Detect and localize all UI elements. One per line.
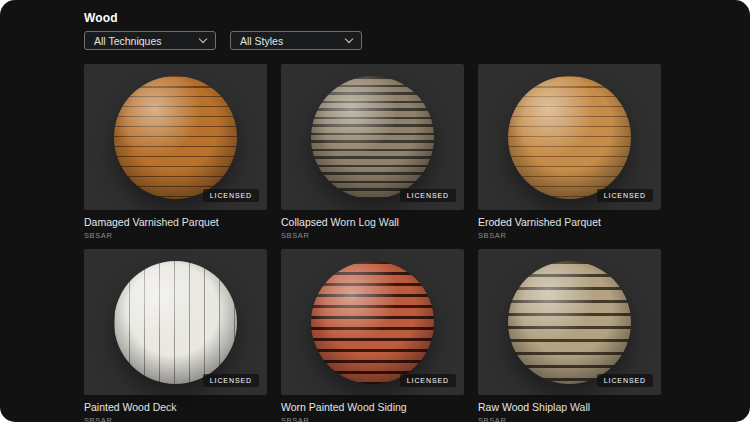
material-sphere-preview bbox=[311, 261, 434, 384]
material-title: Damaged Varnished Parquet bbox=[84, 217, 267, 228]
material-sphere-preview bbox=[114, 76, 237, 199]
licensed-badge: LICENSED bbox=[597, 374, 653, 387]
licensed-badge: LICENSED bbox=[597, 189, 653, 202]
page-title: Wood bbox=[84, 11, 750, 25]
material-card[interactable]: LICENSED Damaged Varnished Parquet SBSAR bbox=[84, 64, 267, 240]
material-grid: LICENSED Damaged Varnished Parquet SBSAR… bbox=[84, 64, 750, 422]
licensed-badge: LICENSED bbox=[400, 374, 456, 387]
material-card[interactable]: LICENSED Collapsed Worn Log Wall SBSAR bbox=[281, 64, 464, 240]
filter-bar: All Techniques All Styles bbox=[84, 31, 750, 50]
material-format: SBSAR bbox=[478, 231, 661, 240]
techniques-filter-dropdown[interactable]: All Techniques bbox=[84, 31, 216, 50]
styles-filter-dropdown[interactable]: All Styles bbox=[230, 31, 362, 50]
techniques-filter-label: All Techniques bbox=[94, 35, 162, 47]
material-title: Raw Wood Shiplap Wall bbox=[478, 402, 661, 413]
material-card[interactable]: LICENSED Raw Wood Shiplap Wall SBSAR bbox=[478, 249, 661, 422]
material-format: SBSAR bbox=[281, 416, 464, 422]
material-title: Collapsed Worn Log Wall bbox=[281, 217, 464, 228]
material-thumbnail[interactable]: LICENSED bbox=[84, 64, 267, 210]
material-thumbnail[interactable]: LICENSED bbox=[281, 249, 464, 395]
material-title: Painted Wood Deck bbox=[84, 402, 267, 413]
licensed-badge: LICENSED bbox=[203, 189, 259, 202]
material-title: Eroded Varnished Parquet bbox=[478, 217, 661, 228]
material-card[interactable]: LICENSED Worn Painted Wood Siding SBSAR bbox=[281, 249, 464, 422]
material-thumbnail[interactable]: LICENSED bbox=[478, 64, 661, 210]
material-format: SBSAR bbox=[281, 231, 464, 240]
content-area: Wood All Techniques All Styles LICENSED … bbox=[0, 0, 750, 422]
chevron-down-icon bbox=[199, 35, 207, 43]
app-window: Wood All Techniques All Styles LICENSED … bbox=[0, 0, 750, 422]
chevron-down-icon bbox=[345, 35, 353, 43]
styles-filter-label: All Styles bbox=[240, 35, 283, 47]
licensed-badge: LICENSED bbox=[203, 374, 259, 387]
material-sphere-preview bbox=[114, 261, 237, 384]
material-card[interactable]: LICENSED Painted Wood Deck SBSAR bbox=[84, 249, 267, 422]
material-sphere-preview bbox=[311, 76, 434, 199]
material-thumbnail[interactable]: LICENSED bbox=[281, 64, 464, 210]
material-format: SBSAR bbox=[84, 231, 267, 240]
material-thumbnail[interactable]: LICENSED bbox=[478, 249, 661, 395]
material-title: Worn Painted Wood Siding bbox=[281, 402, 464, 413]
material-sphere-preview bbox=[508, 76, 631, 199]
material-format: SBSAR bbox=[84, 416, 267, 422]
material-sphere-preview bbox=[508, 261, 631, 384]
material-card[interactable]: LICENSED Eroded Varnished Parquet SBSAR bbox=[478, 64, 661, 240]
material-format: SBSAR bbox=[478, 416, 661, 422]
material-thumbnail[interactable]: LICENSED bbox=[84, 249, 267, 395]
licensed-badge: LICENSED bbox=[400, 189, 456, 202]
